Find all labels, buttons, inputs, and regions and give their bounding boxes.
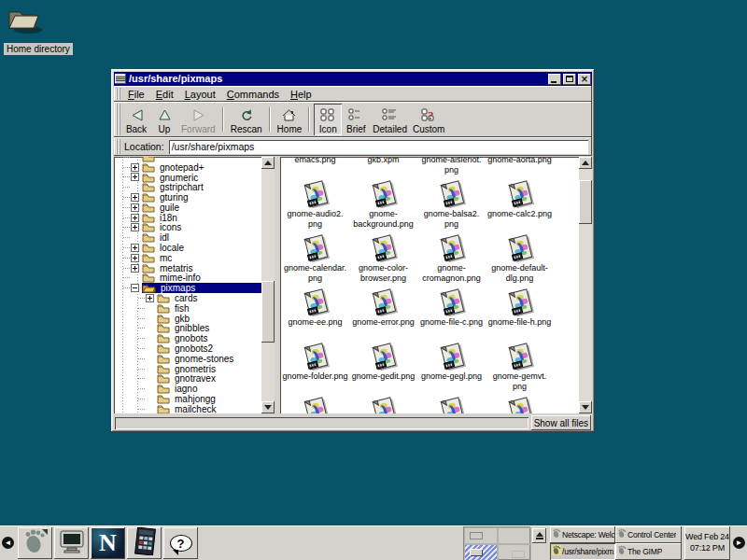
tree-item-gkb[interactable]: gkb: [114, 314, 261, 324]
close-button[interactable]: ×: [578, 74, 591, 85]
tree-item-idl[interactable]: idl: [114, 232, 261, 243]
file-item-gnome-cromagnon.png[interactable]: gnome-cromagnon.png: [417, 233, 486, 287]
tree-expander-minus[interactable]: [131, 284, 139, 292]
launcher-netscape[interactable]: N: [91, 527, 125, 559]
file-item-gnome-folder.png[interactable]: gnome-folder.png: [281, 342, 349, 396]
pager-desktop-2[interactable]: [498, 527, 531, 544]
file-item[interactable]: [281, 396, 349, 413]
file-item-gnome-aorta.png[interactable]: gnome-aorta.png: [486, 157, 554, 179]
window-menu-icon[interactable]: [115, 74, 126, 84]
file-item-gnome-default-dlg.png[interactable]: gnome-default-dlg.png: [486, 233, 554, 287]
launcher-gnome-foot-menu[interactable]: [18, 527, 52, 559]
file-item[interactable]: [486, 396, 554, 413]
file-item[interactable]: [349, 396, 417, 413]
tree-item-metatris[interactable]: metatris: [114, 263, 261, 273]
task-button-2[interactable]: Control Center: [615, 526, 682, 543]
tree-item-gnome-stones[interactable]: gnome-stones: [114, 354, 261, 364]
desktop-pager[interactable]: [463, 526, 530, 560]
tree-expander-plus[interactable]: [131, 244, 139, 252]
location-input[interactable]: /usr/share/pixmaps: [169, 140, 588, 154]
tree-item-gnometris[interactable]: gnometris: [114, 364, 261, 374]
task-button-1[interactable]: Netscape: Welc...: [550, 526, 615, 543]
rescan-button[interactable]: Rescan: [228, 104, 265, 135]
file-item-gnome-ee.png[interactable]: gnome-ee.png: [281, 287, 349, 342]
tree-scrollbar-thumb[interactable]: [261, 281, 275, 343]
file-item-gnome-error.png[interactable]: gnome-error.png: [349, 287, 417, 342]
tree-item-i18n[interactable]: i18n: [114, 213, 261, 223]
tree-item-gnobots2[interactable]: gnobots2: [114, 343, 261, 354]
file-item-gnome-balsa2.png[interactable]: gnome-balsa2.png: [417, 179, 486, 233]
menu-commands[interactable]: Commands: [221, 87, 285, 102]
menu-layout[interactable]: Layout: [179, 87, 221, 102]
tree-item-gnumeric[interactable]: gnumeric: [114, 173, 261, 183]
forward-button[interactable]: Forward: [178, 104, 218, 135]
pager-desktop-1[interactable]: [464, 527, 498, 544]
file-item-gnome-color-browser.png[interactable]: gnome-color-browser.png: [349, 233, 417, 287]
file-item[interactable]: [417, 396, 486, 413]
clock-applet[interactable]: Wed Feb 24 07:12 PM: [684, 526, 730, 560]
iconview-scrollbar[interactable]: [579, 157, 592, 413]
tree-item-mc[interactable]: mc: [114, 253, 261, 263]
launcher-help-bubble[interactable]: ?: [163, 527, 198, 559]
file-item-gnome-background.png[interactable]: gnome-background.png: [349, 179, 417, 233]
file-item-gnome-gemvt.png[interactable]: gnome-gemvt.png: [486, 342, 554, 396]
custom-button[interactable]: ?Custom: [410, 104, 447, 135]
file-item-gnome-audio2.png[interactable]: gnome-audio2.png: [281, 179, 349, 233]
menubar-grip[interactable]: [116, 88, 120, 100]
launcher-terminal[interactable]: [54, 527, 89, 559]
locationbar-grip[interactable]: [116, 139, 120, 154]
tree-item-gnibbles[interactable]: gnibbles: [114, 324, 261, 334]
file-item-emacs.png[interactable]: emacs.png: [281, 157, 349, 179]
tree-expander-plus[interactable]: [131, 173, 139, 181]
task-button-4[interactable]: The GIMP: [615, 543, 682, 560]
tree-expander-plus[interactable]: [131, 214, 139, 222]
tree-expander-plus[interactable]: [131, 193, 139, 202]
file-item-gnome-calc2.png[interactable]: gnome-calc2.png: [486, 179, 554, 233]
tasklist-arrow-button[interactable]: [532, 528, 546, 543]
file-item-gnome-aisleriot.png[interactable]: gnome-aisleriot.png: [417, 157, 486, 179]
back-button[interactable]: Back: [122, 104, 150, 135]
tree-expander-plus[interactable]: [131, 264, 139, 273]
panel-hide-right-button[interactable]: ►: [733, 537, 745, 549]
home-directory-shortcut[interactable]: Home directory: [4, 4, 73, 56]
tree-item-gturing[interactable]: gturing: [114, 192, 261, 203]
iconview-scroll-down-button[interactable]: [579, 401, 592, 413]
pager-desktop-4[interactable]: [498, 544, 531, 560]
toolbar-grip[interactable]: [116, 104, 120, 135]
maximize-button[interactable]: [563, 74, 576, 85]
tree-expander-plus[interactable]: [131, 223, 139, 231]
file-item-gnome-gedit.png[interactable]: gnome-gedit.png: [349, 342, 417, 396]
tree-item-locale[interactable]: locale: [114, 243, 261, 253]
tree-item-gnotepad+[interactable]: gnotepad+: [114, 162, 261, 173]
tree-scroll-up-button[interactable]: [261, 157, 275, 169]
up-button[interactable]: Up: [150, 104, 178, 135]
brief-button[interactable]: Brief: [342, 104, 370, 135]
window-titlebar[interactable]: /usr/share/pixmaps ×: [114, 72, 592, 86]
tree-item-guile[interactable]: guile: [114, 203, 261, 213]
menu-help[interactable]: Help: [285, 87, 317, 102]
file-item-gnome-gegl.png[interactable]: gnome-gegl.png: [417, 342, 486, 396]
tree-expander-plus[interactable]: [131, 254, 139, 262]
tree-item-mailcheck[interactable]: mailcheck: [114, 404, 261, 413]
tree-item-cards[interactable]: cards: [114, 293, 261, 303]
tree-item-fish[interactable]: fish: [114, 303, 261, 314]
file-item-gnome-file-c.png[interactable]: gnome-file-c.png: [417, 287, 486, 342]
tree-item-gstripchart[interactable]: gstripchart: [114, 182, 261, 192]
tree-scroll-down-button[interactable]: [261, 401, 275, 413]
tree-item-gnotravex[interactable]: gnotravex: [114, 374, 261, 385]
tree-expander-plus[interactable]: [146, 294, 154, 302]
iconview-scroll-up-button[interactable]: [579, 157, 592, 169]
tree-scrollbar[interactable]: [261, 157, 275, 413]
file-item-gnome-calendar.png[interactable]: gnome-calendar.png: [281, 233, 349, 287]
home-button[interactable]: Home: [275, 104, 305, 135]
tree-item-iagno[interactable]: iagno: [114, 384, 261, 394]
tree-item-mime-info[interactable]: mime-info: [114, 273, 261, 284]
detailed-button[interactable]: Detailed: [370, 104, 410, 135]
tree-item-icons[interactable]: icons: [114, 223, 261, 233]
tree-expander-plus[interactable]: [131, 203, 139, 212]
launcher-keypad-device[interactable]: [127, 527, 162, 559]
minimize-button[interactable]: [548, 74, 561, 85]
menu-file[interactable]: File: [122, 87, 150, 102]
icon-button[interactable]: Icon: [314, 104, 342, 135]
file-item-gkb.xpm[interactable]: gkb.xpm: [349, 157, 417, 179]
